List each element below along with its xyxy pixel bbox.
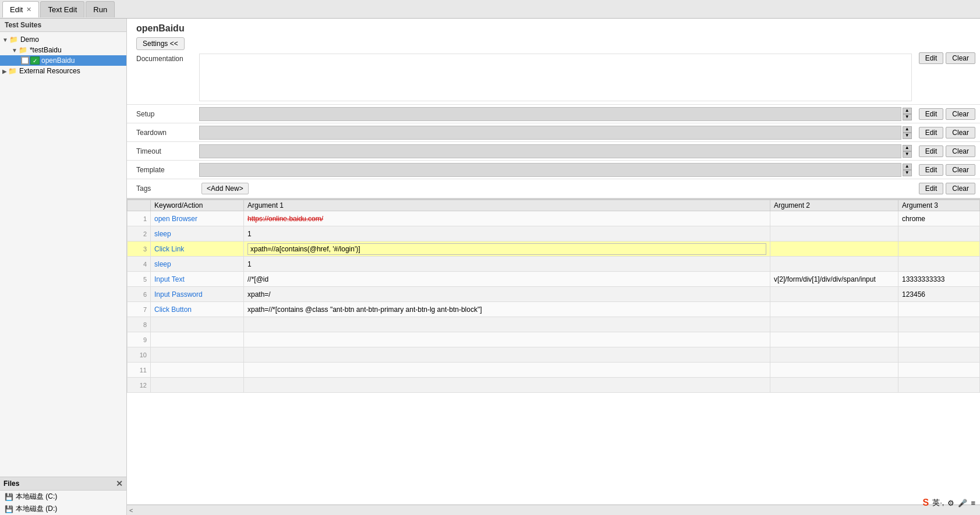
- row-num-5: 5: [128, 272, 151, 287]
- keyword-6[interactable]: Input Password: [151, 287, 244, 302]
- clear-setup-btn[interactable]: Clear: [946, 108, 975, 120]
- arg1-5[interactable]: //*[@id: [244, 272, 770, 287]
- arg1-10[interactable]: [244, 347, 770, 363]
- tab-edit-close[interactable]: ✕: [26, 6, 31, 13]
- clear-documentation-btn[interactable]: Clear: [946, 52, 975, 64]
- keyword-9[interactable]: [151, 332, 244, 347]
- arg1-3[interactable]: xpath=//a[contains(@href, '#/login')] Ar…: [244, 241, 770, 257]
- tab-text-edit[interactable]: Text Edit: [40, 1, 84, 17]
- arg2-12[interactable]: [770, 378, 898, 393]
- arg3-6[interactable]: 123456: [898, 287, 980, 302]
- edit-setup-btn[interactable]: Edit: [919, 108, 944, 120]
- teardown-spinner-up[interactable]: ▲: [903, 126, 912, 133]
- arg1-8[interactable]: [244, 317, 770, 332]
- template-spinner-down[interactable]: ▼: [903, 170, 912, 176]
- arg3-4[interactable]: [898, 257, 980, 272]
- tab-run[interactable]: Run: [86, 1, 115, 17]
- arg3-1[interactable]: chrome: [898, 211, 980, 226]
- setup-spinner: ▲ ▼: [903, 108, 912, 120]
- arg1-6[interactable]: xpath=/: [244, 287, 770, 302]
- keyword-4[interactable]: sleep: [151, 257, 244, 272]
- arg1-12[interactable]: [244, 378, 770, 393]
- edit-timeout-btn[interactable]: Edit: [919, 145, 944, 157]
- timeout-spinner-down[interactable]: ▼: [903, 151, 912, 158]
- settings-input-teardown: ▲ ▼: [197, 125, 914, 141]
- keyword-12[interactable]: [151, 378, 244, 393]
- settings-input-tags: <Add New>: [197, 179, 914, 198]
- keyword-8[interactable]: [151, 317, 244, 332]
- clear-timeout-btn[interactable]: Clear: [946, 145, 975, 157]
- arg3-11[interactable]: [898, 363, 980, 378]
- template-input[interactable]: [199, 163, 901, 177]
- tree-item-testbaidu[interactable]: ▼ 📁 *testBaidu: [0, 45, 126, 55]
- arg1-11[interactable]: [244, 363, 770, 378]
- col-header-arg3: Argument 3: [898, 200, 980, 211]
- teardown-spinner: ▲ ▼: [903, 126, 912, 139]
- tree-item-external[interactable]: ▶ 📁 External Resources: [0, 66, 126, 76]
- tab-edit[interactable]: Edit ✕: [2, 1, 39, 17]
- arg1-2[interactable]: 1: [244, 226, 770, 241]
- arg3-12[interactable]: [898, 378, 980, 393]
- arg3-5[interactable]: 13333333333: [898, 272, 980, 287]
- drive-d[interactable]: 💾 本地磁盘 (D:): [0, 503, 126, 515]
- template-spinner-up[interactable]: ▲: [903, 164, 912, 170]
- arg2-3[interactable]: [770, 241, 898, 257]
- arg2-7[interactable]: [770, 302, 898, 317]
- files-close-btn[interactable]: ✕: [116, 479, 123, 488]
- arg2-8[interactable]: [770, 317, 898, 332]
- keyword-3[interactable]: Click Link: [151, 241, 244, 257]
- keyword-5[interactable]: Input Text: [151, 272, 244, 287]
- arg1-1[interactable]: https://online.baidu.com/: [244, 211, 770, 226]
- table-header-row: Keyword/Action Argument 1 Argument 2 Arg…: [128, 200, 980, 211]
- clear-template-btn[interactable]: Clear: [946, 164, 975, 176]
- arg2-11[interactable]: [770, 363, 898, 378]
- add-new-tag-btn[interactable]: <Add New>: [201, 183, 249, 194]
- expand-arrow-external: ▶: [2, 68, 7, 74]
- arg2-5[interactable]: v[2]/form/div[1]/div/div/span/input: [770, 272, 898, 287]
- keyword-7[interactable]: Click Button: [151, 302, 244, 317]
- settings-button[interactable]: Settings <<: [136, 37, 185, 50]
- arg1-9[interactable]: [244, 332, 770, 347]
- edit-tags-btn[interactable]: Edit: [919, 183, 944, 194]
- tree-item-demo[interactable]: ▼ 📁 Demo: [0, 34, 126, 45]
- clear-teardown-btn[interactable]: Clear: [946, 127, 975, 138]
- tree-item-openbaidu[interactable]: ✓ openBaidu: [0, 55, 126, 66]
- setup-spinner-up[interactable]: ▲: [903, 108, 912, 114]
- teardown-input[interactable]: [199, 126, 901, 140]
- arg2-9[interactable]: [770, 332, 898, 347]
- arg2-10[interactable]: [770, 347, 898, 363]
- arg3-7[interactable]: [898, 302, 980, 317]
- edit-template-btn[interactable]: Edit: [919, 164, 944, 176]
- arg2-1[interactable]: [770, 211, 898, 226]
- arg3-10[interactable]: [898, 347, 980, 363]
- checkbox-openbaidu: [21, 56, 29, 65]
- timeout-input[interactable]: [199, 144, 901, 158]
- keyword-11[interactable]: [151, 363, 244, 378]
- row-num-6: 6: [128, 287, 151, 302]
- keyword-2[interactable]: sleep: [151, 226, 244, 241]
- teardown-spinner-down[interactable]: ▼: [903, 133, 912, 139]
- setup-input[interactable]: [199, 107, 901, 121]
- sidebar: Test Suites ▼ 📁 Demo ▼ 📁 *testBaidu ✓: [0, 19, 127, 515]
- expand-arrow-testbaidu: ▼: [12, 47, 17, 54]
- arg1-7[interactable]: xpath=//*[contains @class "ant-btn ant-b…: [244, 302, 770, 317]
- timeout-spinner-up[interactable]: ▲: [903, 145, 912, 151]
- edit-documentation-btn[interactable]: Edit: [919, 52, 944, 64]
- keyword-10[interactable]: [151, 347, 244, 363]
- arg3-3[interactable]: [898, 241, 980, 257]
- arg2-4[interactable]: [770, 257, 898, 272]
- drive-c[interactable]: 💾 本地磁盘 (C:): [0, 491, 126, 503]
- arg2-6[interactable]: [770, 287, 898, 302]
- table-body: 1 open Browser https://online.baidu.com/…: [128, 211, 980, 393]
- clear-tags-btn[interactable]: Clear: [946, 183, 975, 194]
- arg3-8[interactable]: [898, 317, 980, 332]
- keyword-1[interactable]: open Browser: [151, 211, 244, 226]
- documentation-textarea[interactable]: [199, 54, 912, 101]
- settings-input-template: ▲ ▼: [197, 162, 914, 178]
- setup-spinner-down[interactable]: ▼: [903, 114, 912, 120]
- arg2-2[interactable]: [770, 226, 898, 241]
- arg1-4[interactable]: 1: [244, 257, 770, 272]
- edit-teardown-btn[interactable]: Edit: [919, 127, 944, 138]
- arg3-9[interactable]: [898, 332, 980, 347]
- arg3-2[interactable]: [898, 226, 980, 241]
